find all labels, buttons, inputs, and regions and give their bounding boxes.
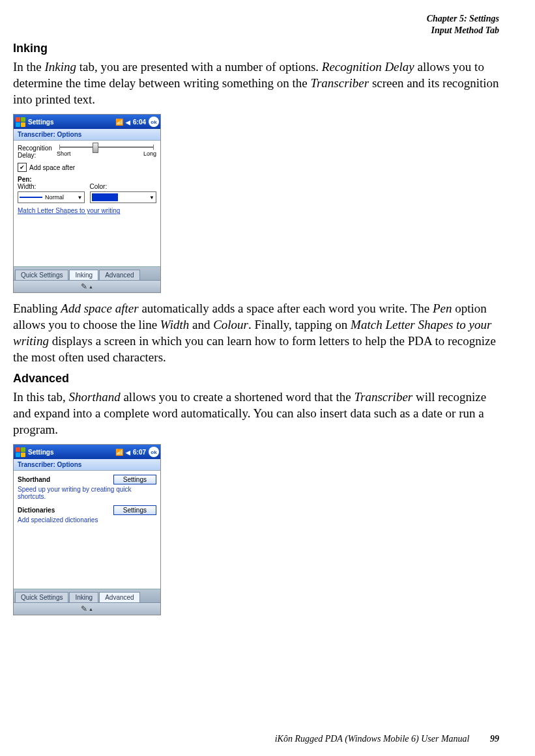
chevron-up-icon[interactable]: ▲: [89, 285, 93, 289]
add-space-checkbox[interactable]: [18, 163, 27, 172]
chevron-down-icon: ▼: [78, 195, 83, 201]
text: . Finally, tapping on: [248, 318, 351, 331]
titlebar: Settings 6:07 ok: [14, 445, 160, 459]
sip-bar: ✎▲: [14, 280, 160, 292]
pen-color-dropdown[interactable]: ▼: [90, 191, 157, 203]
text: In this tab,: [13, 390, 69, 404]
titlebar-title: Settings: [28, 119, 115, 126]
text: Delay:: [18, 152, 57, 159]
paragraph-inking-2: Enabling Add space after automatically a…: [13, 301, 499, 365]
section-label: Input Method Tab: [13, 25, 499, 36]
signal-icon[interactable]: [115, 449, 123, 456]
page-footer: iKôn Rugged PDA (Windows Mobile 6) User …: [275, 734, 499, 744]
width-label: Width:: [18, 183, 85, 190]
tab-quick-settings[interactable]: Quick Settings: [15, 592, 68, 602]
recognition-delay-label: Recognition Delay:: [18, 145, 57, 159]
slider-min-label: Short: [57, 150, 71, 157]
tab-advanced[interactable]: Advanced: [99, 592, 139, 602]
text: displays a screen in which you can learn…: [13, 334, 496, 364]
chapter-label: Chapter 5: Settings: [13, 13, 499, 25]
clock: 6:04: [133, 119, 146, 126]
text: Enabling: [13, 301, 61, 315]
text: In the: [13, 60, 45, 74]
pen-heading: Pen:: [18, 176, 156, 183]
signal-icon[interactable]: [115, 119, 123, 126]
screenshot-inking: Settings 6:04 ok Transcriber: Options Re…: [13, 114, 161, 293]
page-header: Chapter 5: Settings Input Method Tab: [13, 13, 499, 36]
text: tab, you are presented with a number of …: [76, 60, 322, 74]
panel-subtitle: Transcriber: Options: [14, 129, 160, 141]
heading-inking: Inking: [13, 42, 499, 55]
color-label: Color:: [90, 183, 157, 190]
windows-flag-icon[interactable]: [15, 447, 25, 457]
tab-strip: Quick Settings Inking Advanced: [14, 266, 160, 280]
pen-width-value: Normal: [45, 194, 64, 201]
text-italic: Inking: [45, 60, 77, 74]
text-italic: Transcriber: [354, 390, 412, 404]
pen-width-dropdown[interactable]: Normal ▼: [18, 191, 85, 203]
match-letter-shapes-link[interactable]: Match Letter Shapes to your writing: [18, 207, 156, 214]
paragraph-advanced: In this tab, Shorthand allows you to cre…: [13, 389, 499, 438]
titlebar: Settings 6:04 ok: [14, 115, 160, 129]
titlebar-title: Settings: [28, 449, 115, 456]
tab-advanced[interactable]: Advanced: [99, 270, 139, 280]
text: allows you to create a shortened word th…: [121, 390, 354, 404]
ok-button[interactable]: ok: [149, 117, 159, 127]
shorthand-heading: Shorthand: [18, 476, 113, 483]
keyboard-icon[interactable]: ✎: [81, 282, 87, 291]
pen-sample-line: [20, 197, 42, 198]
footer-text: iKôn Rugged PDA (Windows Mobile 6) User …: [275, 734, 470, 744]
volume-icon[interactable]: [126, 449, 130, 456]
windows-flag-icon[interactable]: [15, 117, 25, 127]
text-italic: Add space after: [61, 301, 138, 315]
text-italic: Recognition Delay: [322, 60, 414, 74]
chevron-down-icon: ▼: [149, 195, 154, 201]
keyboard-icon[interactable]: ✎: [81, 604, 87, 613]
sip-bar: ✎▲: [14, 602, 160, 615]
shorthand-description: Speed up your writing by creating quick …: [18, 486, 156, 500]
volume-icon[interactable]: [126, 119, 130, 126]
panel-subtitle: Transcriber: Options: [14, 459, 160, 471]
recognition-delay-slider[interactable]: [59, 147, 154, 148]
shorthand-settings-button[interactable]: Settings: [113, 475, 156, 484]
dictionaries-settings-button[interactable]: Settings: [113, 505, 156, 515]
slider-max-label: Long: [143, 150, 156, 157]
text: automatically adds a space after each wo…: [139, 301, 433, 315]
text: Recognition: [18, 145, 57, 152]
text: and: [189, 318, 213, 331]
screenshot-advanced: Settings 6:07 ok Transcriber: Options Sh…: [13, 444, 161, 615]
paragraph-inking-1: In the Inking tab, you are presented wit…: [13, 59, 499, 107]
dictionaries-heading: Dictionaries: [18, 507, 113, 514]
color-swatch: [92, 193, 118, 201]
dictionaries-description: Add specialized dictionaries: [18, 516, 156, 524]
text-italic: Pen: [433, 301, 452, 315]
text-italic: Width: [160, 318, 189, 331]
ok-button[interactable]: ok: [149, 447, 159, 457]
slider-thumb[interactable]: [93, 143, 98, 153]
text-italic: Colour: [213, 318, 248, 331]
text-italic: Transcriber: [310, 76, 369, 90]
tab-strip: Quick Settings Inking Advanced: [14, 589, 160, 602]
chevron-up-icon[interactable]: ▲: [89, 607, 93, 611]
heading-advanced: Advanced: [13, 372, 499, 385]
tab-quick-settings[interactable]: Quick Settings: [15, 270, 68, 280]
clock: 6:07: [133, 449, 146, 456]
page-number: 99: [490, 734, 499, 744]
text-italic: Shorthand: [69, 390, 121, 404]
tab-inking[interactable]: Inking: [69, 270, 98, 280]
tab-inking[interactable]: Inking: [69, 592, 98, 602]
add-space-label: Add space after: [29, 164, 75, 171]
